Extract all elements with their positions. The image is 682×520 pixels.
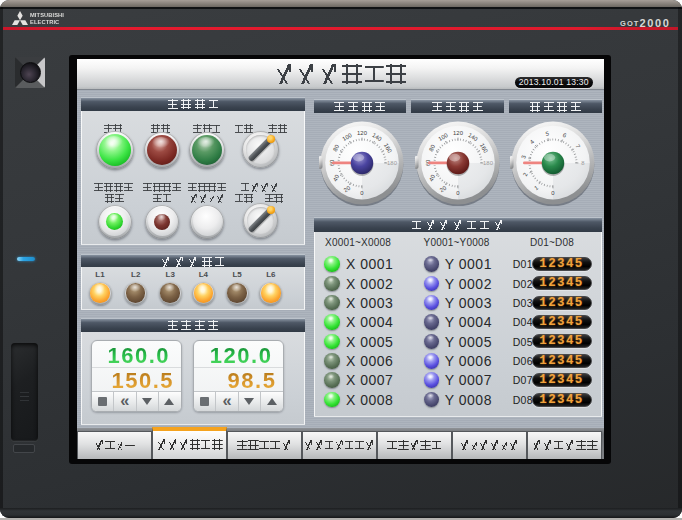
svg-text:180: 180 bbox=[483, 160, 494, 166]
svg-text:120: 120 bbox=[453, 130, 464, 136]
svg-text:180: 180 bbox=[387, 160, 398, 166]
svg-text:120: 120 bbox=[357, 130, 368, 136]
